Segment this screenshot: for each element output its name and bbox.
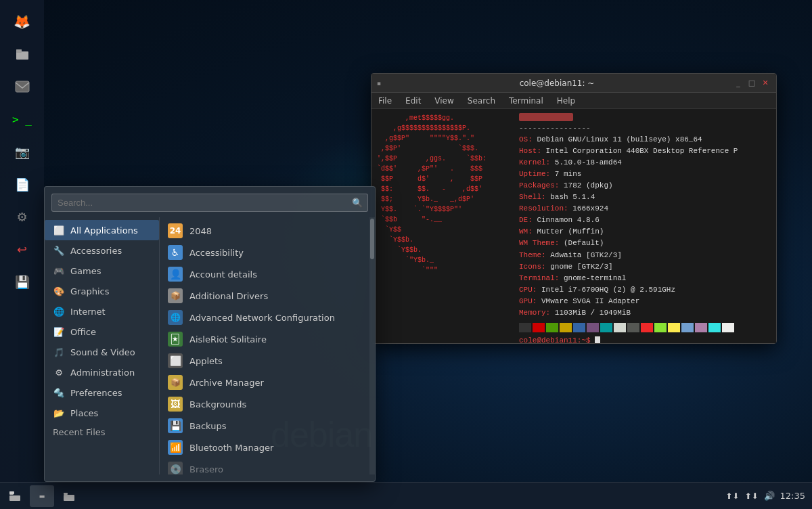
terminal-cursor [595,336,600,343]
terminal-neofetch-art: ,met$$$$$gg. ,g$$$$$$$$$$$$$$$P. ,g$$P" … [377,113,512,339]
sidebar-icon-firefox[interactable]: 🦊 [7,7,37,37]
app-advanced-network[interactable]: 🌐 Advanced Network Configuration [160,307,369,328]
app-bluetooth[interactable]: 📶 Bluetooth Manager [160,437,369,458]
svg-rect-2 [16,49,22,53]
color-swatch [614,323,626,332]
app-archive-manager[interactable]: 📦 Archive Manager [160,372,369,393]
category-places-icon: 📂 [53,407,65,419]
category-all-label: All Applications [70,225,138,236]
category-preferences-icon: 🔩 [53,386,65,399]
category-games-label: Games [70,266,101,276]
sidebar-icon-terminal[interactable]: > _ [7,104,37,134]
category-administration-icon: ⚙ [53,366,65,378]
app-backgrounds[interactable]: 🖼 Backgrounds [160,393,369,415]
terminal-sysinfo: ---------------- OS: Debian GNU/Linux 11… [519,113,771,339]
terminal-window-buttons: _ □ ✕ [733,78,771,89]
app-scrollbar[interactable] [369,217,375,474]
category-graphics[interactable]: 🎨 Graphics [45,281,159,301]
sound-icon[interactable]: 🔊 [764,491,775,501]
terminal-title: cole@debian11: ~ [381,79,733,88]
category-preferences[interactable]: 🔩 Preferences [45,382,159,403]
color-swatch [533,323,545,332]
category-administration-label: Administration [70,368,135,378]
category-office-label: Office [70,327,96,337]
app-archive-manager-label: Archive Manager [189,378,264,388]
network-icon2: ⬆⬇ [744,491,758,501]
color-bar [519,323,771,332]
color-swatch [681,323,694,332]
sidebar-icon-usb[interactable]: 💾 [7,267,37,296]
search-input[interactable] [51,194,368,212]
category-internet-icon: 🌐 [53,305,65,317]
terminal-menu-file[interactable]: File [376,95,394,107]
sidebar-icon-settings[interactable]: ⚙ [7,202,37,231]
sidebar: 🦊 > _ 📷 📄 ⚙ ↩ 💾 [0,0,44,482]
app-2048-icon: 24 [168,223,183,238]
color-swatch [600,323,612,332]
app-bluetooth-icon: 📶 [168,440,183,455]
app-aisleriot-icon: 🃏 [168,332,183,347]
terminal-menu-help[interactable]: Help [554,95,578,107]
category-administration[interactable]: ⚙ Administration [45,362,159,382]
terminal-minimize-btn[interactable]: _ [733,78,744,89]
category-sound-video[interactable]: 🎵 Sound & Video [45,342,159,362]
terminal-menu-view[interactable]: View [432,95,456,107]
app-backups[interactable]: 💾 Backups [160,415,369,437]
category-places[interactable]: 📂 Places [45,403,159,423]
sidebar-icon-email[interactable] [7,72,37,102]
app-brasero[interactable]: 💿 Brasero [160,458,369,474]
app-account-details-label: Account details [189,269,257,280]
app-account-details[interactable]: 👤 Account details [160,263,369,285]
category-all[interactable]: ⬜ All Applications [45,220,159,240]
category-all-icon: ⬜ [53,224,65,236]
terminal-maximize-btn[interactable]: □ [746,78,757,89]
terminal-menu-terminal[interactable]: Terminal [506,95,546,107]
terminal-close-btn[interactable]: ✕ [760,78,771,89]
category-graphics-icon: 🎨 [53,285,65,297]
taskbar-left: ▬ [0,485,81,507]
taskbar-files-btn[interactable] [57,485,81,507]
app-advanced-network-icon: 🌐 [168,310,183,325]
sidebar-icon-logout[interactable]: ↩ [7,234,37,264]
app-menu-search-container: 🔍 [45,187,375,217]
category-internet[interactable]: 🌐 Internet [45,301,159,322]
app-accessibility[interactable]: ♿ Accessibility [160,242,369,263]
app-accessibility-label: Accessibility [189,248,244,258]
app-brasero-icon: 💿 [168,462,183,474]
sidebar-icon-documents[interactable]: 📄 [7,169,37,199]
color-swatch [668,323,680,332]
app-aisleriot[interactable]: 🃏 AisleRiot Solitaire [160,328,369,350]
app-advanced-network-label: Advanced Network Configuration [189,313,335,323]
app-additional-drivers[interactable]: 📦 Additional Drivers [160,285,369,307]
taskbar-home-btn[interactable] [3,485,27,507]
sidebar-icon-files[interactable] [7,39,37,69]
svg-rect-5 [9,495,20,501]
category-office[interactable]: 📝 Office [45,322,159,342]
color-swatch [722,323,734,332]
color-swatch [627,323,639,332]
color-swatch [654,323,667,332]
app-accessibility-icon: ♿ [168,245,183,260]
category-games[interactable]: 🎮 Games [45,261,159,281]
sidebar-icon-screenshot[interactable]: 📷 [7,137,37,167]
terminal-body[interactable]: ,met$$$$$gg. ,g$$$$$$$$$$$$$$$P. ,g$$P" … [371,109,776,343]
terminal-menu-edit[interactable]: Edit [403,95,424,107]
app-applets[interactable]: ⬜ Applets [160,350,369,372]
terminal-menu-search[interactable]: Search [465,95,498,107]
color-swatch [519,323,531,332]
network-icon: ⬆⬇ [725,491,739,501]
svg-rect-8 [64,495,74,501]
app-aisleriot-label: AisleRiot Solitaire [189,334,267,345]
color-swatch [573,323,585,332]
category-accessories[interactable]: 🔧 Accessories [45,240,159,261]
svg-rect-7 [64,493,68,495]
app-menu-body: ⬜ All Applications 🔧 Accessories 🎮 Games… [45,217,375,474]
app-applets-label: Applets [189,356,223,366]
app-2048-label: 2048 [189,226,212,236]
taskbar-terminal-btn[interactable]: ▬ [30,485,54,507]
recent-files[interactable]: Recent Files [45,423,159,441]
search-icon: 🔍 [352,197,363,207]
app-2048[interactable]: 24 2048 [160,220,369,242]
app-backups-label: Backups [189,421,226,431]
clock: 12:35 [780,491,805,501]
